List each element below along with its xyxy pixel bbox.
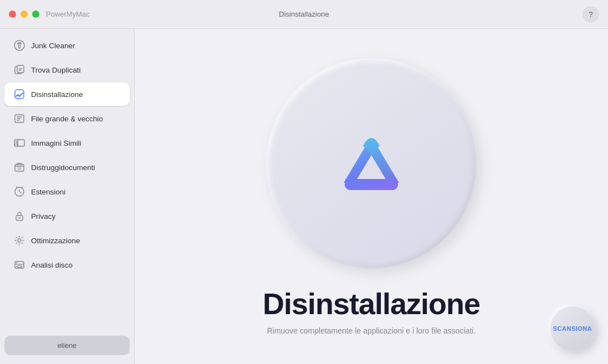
sidebar: Junk Cleaner Trova Duplicati Disinstalla… <box>0 29 135 364</box>
trova-duplicati-icon <box>13 64 25 76</box>
sidebar-bottom: eliene <box>0 331 134 360</box>
sidebar-item-privacy[interactable]: Privacy <box>4 204 130 228</box>
svg-point-0 <box>14 40 24 50</box>
privacy-icon <box>13 210 25 222</box>
immagini-simili-icon <box>13 137 25 149</box>
sidebar-item-analisi-disco[interactable]: Analisi disco <box>4 253 130 276</box>
svg-point-12 <box>18 239 21 242</box>
sidebar-label-trova-duplicati: Trova Duplicati <box>31 66 81 74</box>
estensioni-icon <box>13 186 25 198</box>
sidebar-label-immagini-simili: Immagini Simili <box>31 139 81 147</box>
sidebar-item-disinstallazione[interactable]: Disinstallazione <box>4 83 130 106</box>
sidebar-item-ottimizzazione[interactable]: Ottimizzazione <box>4 229 130 252</box>
app-store-icon <box>327 119 416 208</box>
ottimizzazione-icon <box>13 234 25 247</box>
sidebar-label-disinstallazione: Disinstallazione <box>31 90 83 99</box>
sidebar-label-estensioni: Estensioni <box>31 188 65 196</box>
help-button[interactable]: ? <box>583 6 599 23</box>
scan-button-container: SCANSIONA <box>550 306 595 351</box>
sidebar-label-junk-cleaner: Junk Cleaner <box>31 42 75 50</box>
svg-rect-6 <box>18 140 24 146</box>
user-badge[interactable]: eliene <box>4 336 130 355</box>
svg-point-7 <box>16 141 18 143</box>
hero-circle <box>266 58 477 269</box>
sidebar-item-file-grande[interactable]: File grande & vecchio <box>4 107 130 130</box>
sidebar-item-trova-duplicati[interactable]: Trova Duplicati <box>4 58 130 81</box>
file-grande-icon <box>13 112 25 125</box>
scan-button[interactable]: SCANSIONA <box>550 306 595 351</box>
sidebar-item-estensioni[interactable]: Estensioni <box>4 180 130 203</box>
junk-cleaner-icon <box>13 39 25 52</box>
close-button[interactable] <box>9 11 16 18</box>
svg-rect-18 <box>345 179 398 190</box>
main-layout: Junk Cleaner Trova Duplicati Disinstalla… <box>0 29 608 364</box>
svg-point-15 <box>16 263 17 264</box>
disinstallazione-icon <box>13 88 25 100</box>
sidebar-label-ottimizzazione: Ottimizzazione <box>31 237 80 245</box>
page-title: Disinstallazione <box>279 10 329 18</box>
hero-subtitle: Rimuove completamente le applicazioni e … <box>267 326 476 335</box>
content-area: Disinstallazione Rimuove completamente l… <box>135 29 608 364</box>
sidebar-item-distruggidocumenti[interactable]: Distruggidocumenti <box>4 156 130 179</box>
hero-title: Disinstallazione <box>263 286 480 321</box>
sidebar-label-distruggidocumenti: Distruggidocumenti <box>31 163 95 172</box>
svg-rect-3 <box>15 90 24 99</box>
maximize-button[interactable] <box>32 11 39 18</box>
distruggidocumenti-icon <box>13 161 25 173</box>
titlebar: PowerMyMac Disinstallazione ? <box>0 0 608 29</box>
sidebar-label-privacy: Privacy <box>31 212 55 221</box>
minimize-button[interactable] <box>21 11 28 18</box>
sidebar-label-analisi-disco: Analisi disco <box>31 261 73 269</box>
analisi-disco-icon <box>13 259 25 271</box>
traffic-lights <box>9 11 39 18</box>
svg-point-11 <box>19 217 21 219</box>
sidebar-label-file-grande: File grande & vecchio <box>31 115 103 123</box>
sidebar-item-junk-cleaner[interactable]: Junk Cleaner <box>4 34 130 57</box>
sidebar-item-immagini-simili[interactable]: Immagini Simili <box>4 131 130 155</box>
app-name: PowerMyMac <box>46 10 90 18</box>
svg-point-14 <box>17 266 22 268</box>
